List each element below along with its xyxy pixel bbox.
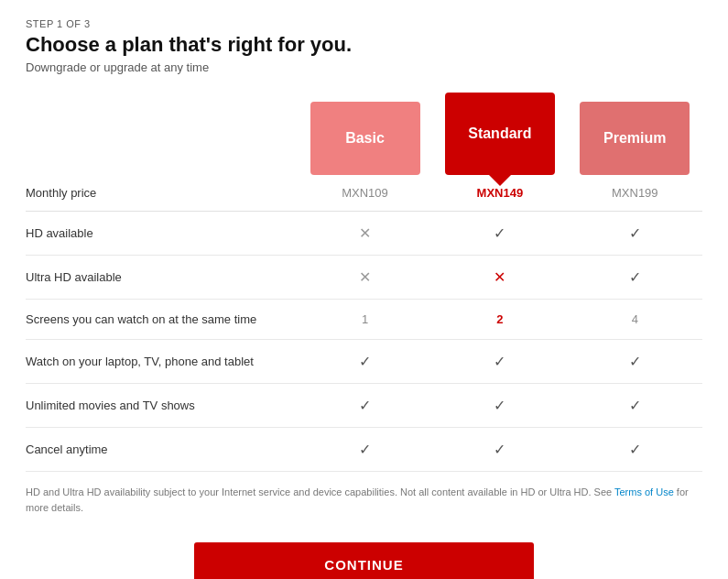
cancel-label: Cancel anytime (26, 428, 298, 472)
basic-price: MXN109 (298, 175, 432, 212)
screens-premium: 4 (568, 300, 702, 340)
devices-row: Watch on your laptop, TV, phone and tabl… (26, 340, 702, 384)
standard-plan-label: Standard (468, 126, 531, 142)
hd-available-row: HD available ✕ ✓ ✓ (26, 212, 702, 256)
unlimited-label: Unlimited movies and TV shows (26, 384, 298, 428)
unlimited-basic: ✓ (298, 384, 432, 428)
continue-button[interactable]: CONTINUE (194, 542, 534, 579)
unlimited-premium: ✓ (568, 384, 702, 428)
ultra-hd-basic: ✕ (298, 256, 432, 300)
cancel-standard: ✓ (432, 428, 567, 472)
hd-basic: ✕ (298, 212, 432, 256)
devices-premium: ✓ (568, 340, 702, 384)
devices-label: Watch on your laptop, TV, phone and tabl… (26, 340, 298, 384)
cancel-row: Cancel anytime ✓ ✓ ✓ (26, 428, 702, 472)
footer-note: HD and Ultra HD availability subject to … (26, 485, 702, 515)
unlimited-row: Unlimited movies and TV shows ✓ ✓ ✓ (26, 384, 702, 428)
standard-plan-card[interactable]: Standard (445, 93, 555, 175)
premium-plan-card[interactable]: Premium (580, 102, 690, 175)
ultra-hd-label: Ultra HD available (26, 256, 298, 300)
devices-basic: ✓ (298, 340, 432, 384)
plan-header-row: Basic Standard Premium (26, 93, 702, 175)
monthly-price-label: Monthly price (26, 175, 298, 212)
premium-plan-header[interactable]: Premium (568, 93, 702, 175)
monthly-price-row: Monthly price MXN109 MXN149 MXN199 (26, 175, 702, 212)
page-title: Choose a plan that's right for you. (26, 33, 702, 57)
step-label: STEP 1 OF 3 (26, 18, 702, 29)
standard-plan-header[interactable]: Standard (432, 93, 567, 175)
premium-plan-label: Premium (603, 130, 666, 147)
ultra-hd-premium: ✓ (568, 256, 702, 300)
hd-premium: ✓ (568, 212, 702, 256)
empty-header (26, 93, 298, 175)
screens-basic: 1 (298, 300, 432, 340)
basic-plan-card[interactable]: Basic (310, 102, 420, 175)
ultra-hd-row: Ultra HD available ✕ ✕ ✓ (26, 256, 702, 300)
premium-price: MXN199 (568, 175, 702, 212)
ultra-hd-standard: ✕ (432, 256, 567, 300)
hd-standard: ✓ (432, 212, 567, 256)
subtitle: Downgrade or upgrade at any time (26, 60, 702, 74)
continue-button-wrapper: CONTINUE (26, 533, 702, 579)
screens-label: Screens you can watch on at the same tim… (26, 300, 298, 340)
hd-label: HD available (26, 212, 298, 256)
cancel-basic: ✓ (298, 428, 432, 472)
devices-standard: ✓ (432, 340, 567, 384)
screens-row: Screens you can watch on at the same tim… (26, 300, 702, 340)
cancel-premium: ✓ (568, 428, 702, 472)
unlimited-standard: ✓ (432, 384, 567, 428)
basic-plan-label: Basic (345, 130, 385, 147)
terms-of-use-link[interactable]: Terms of Use (614, 486, 674, 497)
basic-plan-header[interactable]: Basic (298, 93, 432, 175)
screens-standard: 2 (432, 300, 567, 340)
plan-table: Basic Standard Premium Monthly price (26, 93, 702, 472)
